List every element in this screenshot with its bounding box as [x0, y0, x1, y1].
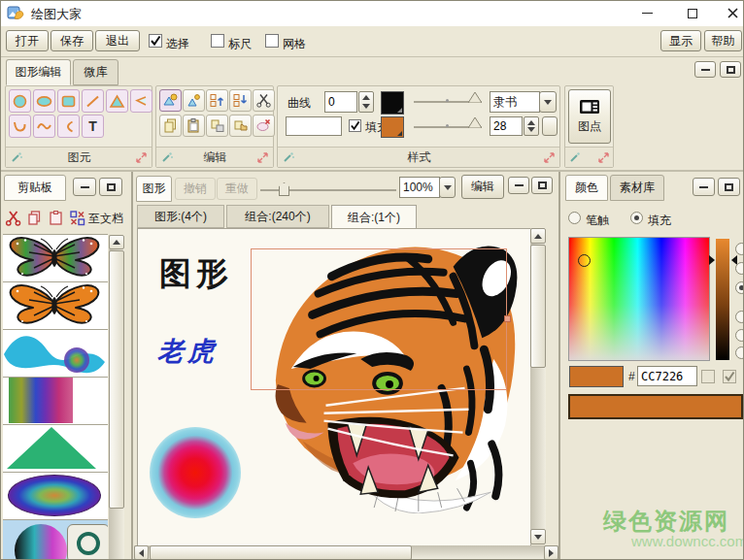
clipboard-scrollbar-thumb[interactable]: [109, 250, 124, 509]
color-panel-tab[interactable]: 颜色: [565, 175, 608, 201]
circle-glyph-button[interactable]: [67, 524, 108, 560]
current-color-swatch[interactable]: [569, 366, 624, 387]
color-apply-checkbox[interactable]: [723, 370, 736, 383]
clipboard-copy-button[interactable]: [24, 207, 44, 228]
material-panel-tab[interactable]: 素材库: [610, 175, 664, 201]
style-extra-button[interactable]: [542, 116, 558, 136]
ruler-checkbox[interactable]: [211, 34, 224, 48]
tool-ellipse-button[interactable]: [33, 89, 55, 113]
subtab-group-240[interactable]: 组合:(240个): [226, 205, 329, 228]
tool-curve-button[interactable]: [9, 115, 31, 138]
clipboard-arrange-button[interactable]: [67, 207, 86, 228]
ribbon-maximize-button[interactable]: [720, 61, 741, 78]
drawing-canvas[interactable]: 图形 老虎: [137, 228, 531, 546]
scroll-right-icon[interactable]: [544, 545, 558, 560]
undo-button[interactable]: 撤销: [175, 178, 216, 200]
font-size-input[interactable]: [490, 116, 523, 136]
scroll-left-icon[interactable]: [134, 545, 149, 560]
tab-micro-library[interactable]: 微库: [73, 59, 118, 85]
redo-button[interactable]: 重做: [217, 178, 257, 200]
selection-rectangle[interactable]: [251, 248, 507, 390]
fill-slider-thumb[interactable]: [468, 117, 482, 128]
fill-color-swatch[interactable]: [381, 116, 404, 138]
fill-checkbox[interactable]: [349, 119, 361, 132]
color-field-cursor[interactable]: [578, 254, 591, 267]
edit-cut-button[interactable]: [253, 89, 275, 112]
clipboard-paste-button[interactable]: [46, 207, 65, 228]
clipboard-panel-tab[interactable]: 剪贴板: [4, 175, 66, 201]
canvas-edit-button[interactable]: 编辑: [461, 175, 504, 199]
hex-color-input[interactable]: [637, 366, 697, 386]
clipboard-minimize-button[interactable]: [73, 178, 96, 196]
selection-handle[interactable]: [504, 315, 511, 322]
fill-radio[interactable]: [630, 212, 643, 224]
brightness-marker-left[interactable]: [709, 255, 715, 265]
clipboard-cut-button[interactable]: [3, 207, 22, 228]
drawing-maximize-button[interactable]: [531, 177, 553, 194]
edit-copy-special-button[interactable]: [206, 115, 228, 137]
color-option-checkbox[interactable]: [701, 370, 715, 383]
select-checkbox[interactable]: [149, 34, 162, 48]
font-preview-field[interactable]: [286, 116, 342, 136]
points-button[interactable]: 图点: [568, 89, 611, 144]
preset-radio-5[interactable]: [735, 329, 744, 342]
edit-select-one-button[interactable]: [183, 89, 205, 112]
to-document-button[interactable]: 至文档: [88, 211, 123, 227]
help-button[interactable]: 帮助: [704, 30, 742, 51]
tool-rect-button[interactable]: [57, 89, 80, 113]
brightness-bar[interactable]: [716, 239, 729, 360]
stroke-slider-thumb[interactable]: [468, 92, 482, 103]
exit-button[interactable]: 退出: [95, 30, 140, 51]
tool-polygon-button[interactable]: [130, 89, 152, 113]
collapse-icon[interactable]: [597, 151, 610, 164]
stroke-color-swatch[interactable]: [381, 91, 404, 115]
drawing-panel-tab[interactable]: 图形: [136, 176, 172, 202]
save-button[interactable]: 保存: [51, 30, 93, 51]
canvas-vscrollbar-thumb[interactable]: [530, 245, 546, 368]
stroke-radio[interactable]: [568, 212, 581, 224]
preset-radio-6[interactable]: [735, 346, 744, 359]
grid-checkbox[interactable]: [265, 34, 279, 48]
maximize-button[interactable]: [676, 1, 709, 25]
edit-send-backward-button[interactable]: [229, 89, 252, 112]
subtab-shapes[interactable]: 图形:(4个): [137, 205, 224, 228]
font-select-arrow[interactable]: [539, 91, 557, 113]
clipboard-item-wave[interactable]: [3, 330, 108, 378]
clipboard-item-gradient-rect[interactable]: [3, 378, 108, 425]
color-minimize-button[interactable]: [693, 178, 715, 196]
curve-width-spinner[interactable]: [358, 91, 374, 113]
edit-paste-button[interactable]: [183, 115, 205, 137]
scroll-up-icon[interactable]: [109, 235, 124, 249]
edit-bring-forward-button[interactable]: [206, 89, 228, 112]
display-button[interactable]: 显示: [660, 30, 701, 51]
subtab-group-1[interactable]: 组合:(1个): [331, 205, 417, 229]
edit-copy-button[interactable]: [159, 115, 182, 137]
font-select[interactable]: 隶书: [490, 91, 540, 113]
drawing-minimize-button[interactable]: [508, 177, 529, 194]
color-maximize-button[interactable]: [718, 178, 740, 196]
curve-width-input[interactable]: [324, 91, 357, 113]
canvas-hscrollbar-thumb[interactable]: [150, 545, 412, 560]
preset-radio-4[interactable]: [735, 311, 744, 323]
clipboard-maximize-button[interactable]: [99, 178, 122, 196]
zoom-dropdown-arrow[interactable]: [439, 177, 456, 198]
collapse-icon[interactable]: [256, 151, 269, 164]
clipboard-item-butterfly-2[interactable]: [3, 282, 108, 330]
preset-radio-1[interactable]: [735, 243, 744, 255]
clipboard-item-gradient-ellipse[interactable]: [3, 473, 108, 520]
clipboard-item-selected[interactable]: [3, 520, 108, 560]
clipboard-item-triangle[interactable]: [3, 425, 108, 473]
tab-shape-edit[interactable]: 图形编辑: [6, 59, 71, 85]
zoom-slider-thumb[interactable]: [279, 182, 289, 196]
scroll-up-icon[interactable]: [530, 228, 546, 244]
tool-triangle-button[interactable]: [106, 89, 128, 113]
scroll-down-icon[interactable]: [530, 529, 546, 544]
collapse-icon[interactable]: [543, 151, 556, 164]
zoom-value[interactable]: 100%: [399, 177, 440, 198]
close-button[interactable]: [716, 1, 744, 25]
edit-paste-special-button[interactable]: [229, 115, 252, 137]
color-field[interactable]: [568, 237, 710, 361]
minimize-button[interactable]: [630, 1, 663, 25]
clipboard-item-butterfly-1[interactable]: [3, 235, 108, 282]
tool-circle-button[interactable]: [9, 89, 31, 113]
